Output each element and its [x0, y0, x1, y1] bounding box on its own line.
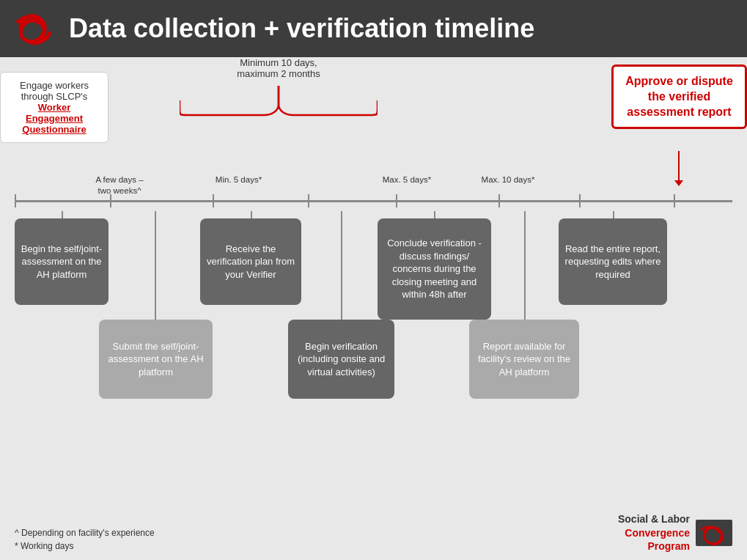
time-label-4: Max. 10 days*	[471, 174, 545, 185]
step-receive-verification-plan: Receive the verification plan from your …	[200, 218, 301, 305]
step-read-report: Read the entire report, requesting edits…	[559, 218, 667, 305]
slcp-header-logo	[13, 8, 57, 49]
connector-1	[62, 211, 63, 218]
time-label-3: Max. 5 days*	[374, 174, 440, 185]
main-area: Engage workers through SLCP's Worker Eng…	[0, 57, 747, 560]
slcp-footer-logo	[696, 520, 732, 546]
connector-7	[613, 211, 614, 218]
footer: ^ Depending on facility's experience * W…	[15, 512, 732, 553]
svg-rect-0	[696, 520, 732, 546]
connector-3	[251, 211, 252, 218]
brace-label: Minimum 10 days, maximum 2 months	[180, 57, 378, 79]
connector-6	[524, 211, 526, 320]
timeline-line	[15, 200, 732, 202]
time-label-2: Min. 5 days*	[207, 174, 270, 185]
approve-dispute-box: Approve or dispute the verified assessme…	[611, 65, 747, 129]
footer-note-2: * Working days	[15, 539, 155, 553]
header: Data collection + verification timeline	[0, 0, 747, 57]
footer-notes: ^ Depending on facility's experience * W…	[15, 526, 155, 553]
brace-svg	[180, 82, 378, 122]
connector-2	[155, 211, 156, 320]
footer-note-1: ^ Depending on facility's experience	[15, 526, 155, 539]
footer-brand: Social & Labor Convergence Program	[618, 512, 732, 553]
connector-5	[434, 211, 435, 218]
brace-area: Minimum 10 days, maximum 2 months	[180, 57, 378, 122]
worker-engagement-link[interactable]: Worker Engagement Questionnaire	[22, 102, 86, 135]
steps-area: Begin the self/joint-assessment on the A…	[15, 211, 732, 460]
connector-4	[341, 211, 342, 320]
step-submit-assessment: Submit the self/joint-assessment on the …	[99, 320, 213, 399]
worker-engagement-box: Engage workers through SLCP's Worker Eng…	[0, 72, 108, 143]
step-begin-assessment: Begin the self/joint-assessment on the A…	[15, 218, 108, 305]
approve-dispute-text: Approve or dispute the verified assessme…	[625, 75, 733, 118]
step-report-available: Report available for facility's review o…	[469, 320, 579, 399]
time-label-1: A few days –two weeks^	[87, 174, 152, 196]
step-conclude-verification: Conclude verification - discuss findings…	[378, 218, 491, 320]
brand-text: Social & Labor Convergence Program	[618, 512, 690, 553]
page-title: Data collection + verification timeline	[69, 14, 534, 43]
step-begin-verification: Begin verification (including onsite and…	[288, 320, 394, 399]
time-labels: A few days –two weeks^ Min. 5 days* Max.…	[15, 174, 732, 200]
worker-engagement-text: Engage workers through SLCP's	[20, 80, 89, 102]
